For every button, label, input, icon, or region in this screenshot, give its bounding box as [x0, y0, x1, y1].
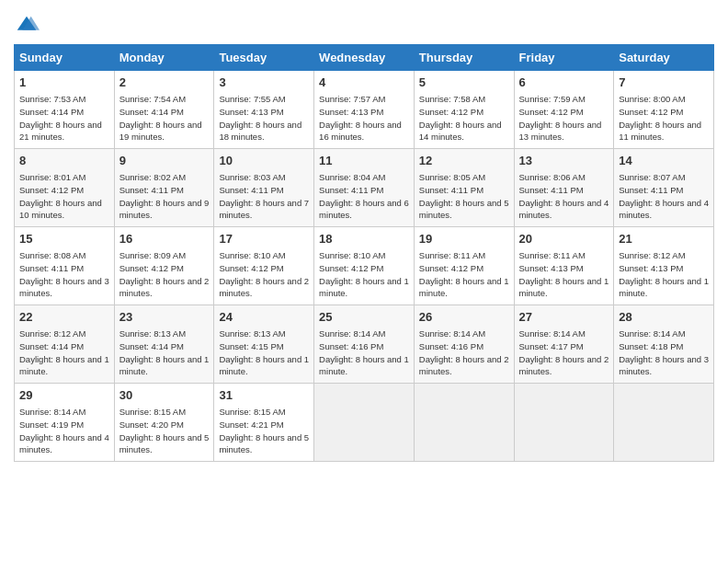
- calendar-cell: 25Sunrise: 8:14 AMSunset: 4:16 PMDayligh…: [314, 305, 415, 384]
- day-info: Sunrise: 8:12 AMSunset: 4:13 PMDaylight:…: [619, 249, 709, 300]
- day-number: 7: [619, 75, 709, 91]
- day-info: Sunrise: 8:12 AMSunset: 4:14 PMDaylight:…: [19, 327, 109, 378]
- calendar-cell: 9Sunrise: 8:02 AMSunset: 4:11 PMDaylight…: [114, 149, 214, 227]
- day-info: Sunrise: 8:11 AMSunset: 4:12 PMDaylight:…: [419, 249, 509, 300]
- day-info: Sunrise: 8:04 AMSunset: 4:11 PMDaylight:…: [319, 171, 409, 222]
- day-number: 16: [119, 231, 210, 247]
- day-info: Sunrise: 8:10 AMSunset: 4:12 PMDaylight:…: [319, 249, 409, 300]
- day-number: 17: [219, 231, 309, 247]
- calendar-cell: 7Sunrise: 8:00 AMSunset: 4:12 PMDaylight…: [614, 71, 714, 149]
- calendar-cell: 10Sunrise: 8:03 AMSunset: 4:11 PMDayligh…: [214, 149, 314, 227]
- calendar-cell: 18Sunrise: 8:10 AMSunset: 4:12 PMDayligh…: [314, 227, 415, 305]
- calendar-cell: 14Sunrise: 8:07 AMSunset: 4:11 PMDayligh…: [614, 149, 714, 227]
- day-number: 22: [19, 309, 109, 326]
- day-info: Sunrise: 8:06 AMSunset: 4:11 PMDaylight:…: [519, 171, 609, 222]
- calendar-body: 1Sunrise: 7:53 AMSunset: 4:14 PMDaylight…: [15, 71, 714, 462]
- day-info: Sunrise: 7:53 AMSunset: 4:14 PMDaylight:…: [19, 93, 109, 144]
- day-number: 8: [19, 153, 109, 169]
- day-info: Sunrise: 8:00 AMSunset: 4:12 PMDaylight:…: [619, 93, 709, 144]
- day-info: Sunrise: 8:08 AMSunset: 4:11 PMDaylight:…: [19, 249, 109, 300]
- calendar-cell: 27Sunrise: 8:14 AMSunset: 4:17 PMDayligh…: [514, 305, 614, 384]
- calendar-cell: 23Sunrise: 8:13 AMSunset: 4:14 PMDayligh…: [114, 305, 214, 384]
- day-number: 15: [19, 231, 109, 247]
- dow-wednesday: Wednesday: [314, 45, 415, 71]
- day-info: Sunrise: 7:59 AMSunset: 4:12 PMDaylight:…: [519, 93, 609, 144]
- calendar-cell: 6Sunrise: 7:59 AMSunset: 4:12 PMDaylight…: [514, 71, 614, 149]
- week-row-1: 1Sunrise: 7:53 AMSunset: 4:14 PMDaylight…: [15, 71, 714, 149]
- day-number: 11: [319, 153, 409, 169]
- day-info: Sunrise: 8:01 AMSunset: 4:12 PMDaylight:…: [19, 171, 109, 222]
- calendar-cell: 31Sunrise: 8:15 AMSunset: 4:21 PMDayligh…: [214, 384, 314, 462]
- day-info: Sunrise: 8:14 AMSunset: 4:18 PMDaylight:…: [619, 327, 709, 378]
- dow-sunday: Sunday: [15, 45, 115, 71]
- calendar-cell: 17Sunrise: 8:10 AMSunset: 4:12 PMDayligh…: [214, 227, 314, 305]
- day-number: 1: [19, 75, 109, 91]
- day-info: Sunrise: 7:55 AMSunset: 4:13 PMDaylight:…: [219, 93, 309, 144]
- page-header: [14, 9, 714, 39]
- day-info: Sunrise: 8:14 AMSunset: 4:19 PMDaylight:…: [19, 406, 109, 456]
- day-number: 18: [319, 231, 409, 247]
- day-number: 3: [219, 75, 309, 91]
- day-info: Sunrise: 8:15 AMSunset: 4:20 PMDaylight:…: [119, 406, 210, 456]
- calendar-cell: 28Sunrise: 8:14 AMSunset: 4:18 PMDayligh…: [614, 305, 714, 384]
- calendar-cell: 13Sunrise: 8:06 AMSunset: 4:11 PMDayligh…: [514, 149, 614, 227]
- dow-saturday: Saturday: [614, 45, 714, 71]
- day-number: 13: [519, 153, 609, 169]
- day-number: 12: [419, 153, 509, 169]
- calendar-cell: [614, 384, 714, 462]
- day-info: Sunrise: 8:14 AMSunset: 4:16 PMDaylight:…: [319, 327, 409, 378]
- day-info: Sunrise: 8:09 AMSunset: 4:12 PMDaylight:…: [119, 249, 210, 300]
- calendar-cell: 30Sunrise: 8:15 AMSunset: 4:20 PMDayligh…: [114, 384, 214, 462]
- day-info: Sunrise: 7:58 AMSunset: 4:12 PMDaylight:…: [419, 93, 509, 144]
- day-info: Sunrise: 8:07 AMSunset: 4:11 PMDaylight:…: [619, 171, 709, 222]
- day-info: Sunrise: 7:54 AMSunset: 4:14 PMDaylight:…: [119, 93, 210, 144]
- calendar-cell: 20Sunrise: 8:11 AMSunset: 4:13 PMDayligh…: [514, 227, 614, 305]
- day-number: 26: [419, 309, 509, 326]
- calendar-cell: 26Sunrise: 8:14 AMSunset: 4:16 PMDayligh…: [414, 305, 514, 384]
- calendar-cell: 15Sunrise: 8:08 AMSunset: 4:11 PMDayligh…: [15, 227, 115, 305]
- calendar-table: SundayMondayTuesdayWednesdayThursdayFrid…: [14, 44, 714, 462]
- calendar-cell: 12Sunrise: 8:05 AMSunset: 4:11 PMDayligh…: [414, 149, 514, 227]
- calendar-cell: 19Sunrise: 8:11 AMSunset: 4:12 PMDayligh…: [414, 227, 514, 305]
- calendar-cell: [514, 384, 614, 462]
- calendar-cell: 5Sunrise: 7:58 AMSunset: 4:12 PMDaylight…: [414, 71, 514, 149]
- day-number: 5: [419, 75, 509, 91]
- day-number: 31: [219, 387, 309, 404]
- day-number: 14: [619, 153, 709, 169]
- day-info: Sunrise: 8:14 AMSunset: 4:17 PMDaylight:…: [519, 327, 609, 378]
- day-info: Sunrise: 8:13 AMSunset: 4:15 PMDaylight:…: [219, 327, 309, 378]
- calendar-cell: 1Sunrise: 7:53 AMSunset: 4:14 PMDaylight…: [15, 71, 115, 149]
- dow-monday: Monday: [114, 45, 214, 71]
- calendar-cell: 11Sunrise: 8:04 AMSunset: 4:11 PMDayligh…: [314, 149, 415, 227]
- day-info: Sunrise: 8:03 AMSunset: 4:11 PMDaylight:…: [219, 171, 309, 222]
- day-info: Sunrise: 8:13 AMSunset: 4:14 PMDaylight:…: [119, 327, 210, 378]
- day-info: Sunrise: 8:10 AMSunset: 4:12 PMDaylight:…: [219, 249, 309, 300]
- day-number: 28: [619, 309, 709, 326]
- calendar-cell: 29Sunrise: 8:14 AMSunset: 4:19 PMDayligh…: [15, 384, 115, 462]
- day-number: 4: [319, 75, 409, 91]
- calendar-cell: 8Sunrise: 8:01 AMSunset: 4:12 PMDaylight…: [15, 149, 115, 227]
- day-info: Sunrise: 8:14 AMSunset: 4:16 PMDaylight:…: [419, 327, 509, 378]
- day-number: 21: [619, 231, 709, 247]
- day-info: Sunrise: 8:11 AMSunset: 4:13 PMDaylight:…: [519, 249, 609, 300]
- calendar-cell: 16Sunrise: 8:09 AMSunset: 4:12 PMDayligh…: [114, 227, 214, 305]
- week-row-5: 29Sunrise: 8:14 AMSunset: 4:19 PMDayligh…: [15, 384, 714, 462]
- dow-tuesday: Tuesday: [214, 45, 314, 71]
- logo-icon: [14, 13, 40, 39]
- day-number: 24: [219, 309, 309, 326]
- day-number: 20: [519, 231, 609, 247]
- calendar-cell: 2Sunrise: 7:54 AMSunset: 4:14 PMDaylight…: [114, 71, 214, 149]
- calendar-cell: [414, 384, 514, 462]
- day-number: 30: [119, 387, 210, 404]
- day-info: Sunrise: 8:05 AMSunset: 4:11 PMDaylight:…: [419, 171, 509, 222]
- calendar-cell: 24Sunrise: 8:13 AMSunset: 4:15 PMDayligh…: [214, 305, 314, 384]
- dow-friday: Friday: [514, 45, 614, 71]
- day-number: 29: [19, 387, 109, 404]
- calendar-cell: [314, 384, 415, 462]
- calendar-cell: 22Sunrise: 8:12 AMSunset: 4:14 PMDayligh…: [15, 305, 115, 384]
- calendar-cell: 21Sunrise: 8:12 AMSunset: 4:13 PMDayligh…: [614, 227, 714, 305]
- day-number: 23: [119, 309, 210, 326]
- week-row-3: 15Sunrise: 8:08 AMSunset: 4:11 PMDayligh…: [15, 227, 714, 305]
- day-number: 2: [119, 75, 210, 91]
- day-number: 10: [219, 153, 309, 169]
